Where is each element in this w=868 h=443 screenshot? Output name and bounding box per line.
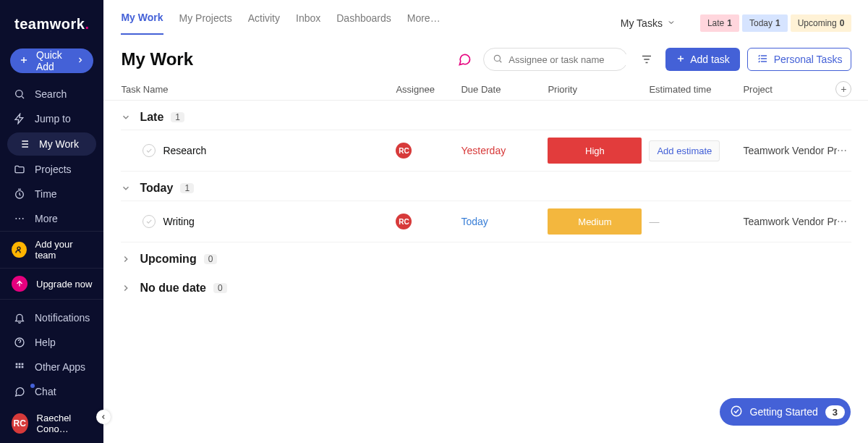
sidebar-item-search[interactable]: Search — [0, 82, 103, 106]
due-date[interactable]: Yesterday — [461, 145, 548, 156]
sidebar: teamwork. Quick Add Search Jump to — [0, 0, 103, 443]
getting-started-widget[interactable]: Getting Started 3 — [720, 398, 851, 426]
quick-add-label: Quick Add — [36, 49, 76, 72]
task-name-text: Research — [163, 145, 206, 156]
tab-dashboards[interactable]: Dashboards — [336, 12, 391, 34]
sidebar-item-mywork[interactable]: My Work — [7, 132, 96, 156]
col-priority[interactable]: Priority — [548, 84, 649, 95]
sidebar-item-label: Chat — [35, 386, 56, 397]
getting-started-count: 3 — [825, 405, 845, 419]
col-estimated[interactable]: Estimated time — [649, 84, 743, 95]
task-row[interactable]: Writing RC Today Medium — Teamwork Vendo… — [121, 201, 851, 242]
col-taskname[interactable]: Task Name — [121, 84, 396, 95]
sidebar-item-label: More — [35, 213, 58, 224]
add-team-button[interactable]: Add your team — [0, 231, 103, 269]
page-header: My Work Add task Personal Tasks — [103, 35, 868, 78]
svg-rect-8 — [19, 363, 21, 366]
upgrade-icon — [12, 276, 27, 292]
my-tasks-dropdown[interactable]: My Tasks — [621, 17, 676, 29]
personal-tasks-button[interactable]: Personal Tasks — [747, 48, 852, 71]
sidebar-item-label: Other Apps — [35, 361, 85, 373]
assignee-avatar[interactable]: RC — [396, 214, 412, 229]
chat-notification-dot — [30, 384, 35, 388]
tab-more[interactable]: More… — [407, 12, 441, 34]
help-icon — [13, 337, 26, 348]
tab-mywork[interactable]: My Work — [121, 12, 163, 35]
sidebar-user[interactable]: RC Raechel Cono… — [0, 404, 103, 443]
personal-tasks-label: Personal Tasks — [774, 54, 843, 65]
project-name[interactable]: Teamwork Vendor Pr — [743, 145, 837, 156]
add-estimate-button[interactable]: Add estimate — [649, 140, 720, 161]
tab-activity[interactable]: Activity — [248, 12, 280, 34]
user-name: Raechel Cono… — [37, 413, 93, 434]
add-column-button[interactable]: + — [835, 81, 851, 97]
estimate-empty[interactable]: — — [649, 216, 659, 227]
tab-myprojects[interactable]: My Projects — [179, 12, 232, 34]
section-count: 1 — [171, 112, 184, 122]
task-checkbox[interactable] — [142, 144, 156, 157]
brand-name: teamwork — [14, 16, 85, 32]
sidebar-item-label: My Work — [39, 138, 79, 150]
search-icon — [493, 54, 503, 66]
my-tasks-label: My Tasks — [621, 17, 663, 29]
pill-late[interactable]: Late1 — [700, 14, 739, 32]
sidebar-item-projects[interactable]: Projects — [0, 157, 103, 182]
task-checkbox[interactable] — [142, 215, 156, 228]
priority-badge[interactable]: Medium — [548, 208, 642, 235]
svg-rect-11 — [19, 366, 21, 368]
quick-add-button[interactable]: Quick Add — [10, 48, 93, 73]
search-icon — [13, 88, 26, 100]
bell-icon — [13, 312, 26, 324]
list-icon — [17, 138, 30, 150]
sidebar-item-label: Help — [35, 337, 56, 348]
filter-button[interactable] — [635, 48, 658, 71]
comments-button[interactable] — [453, 48, 476, 71]
task-more-button[interactable]: ⋯ — [837, 216, 851, 227]
status-pills: Late1 Today1 Upcoming0 — [700, 14, 851, 32]
chevron-right-icon — [76, 55, 85, 67]
sidebar-item-label: Jump to — [35, 113, 71, 125]
sidebar-item-help[interactable]: Help — [0, 330, 103, 355]
upgrade-button[interactable]: Upgrade now — [0, 269, 103, 300]
sidebar-item-notifications[interactable]: Notifications — [0, 305, 103, 330]
section-title: No due date — [140, 282, 206, 295]
add-task-button[interactable]: Add task — [665, 48, 739, 71]
column-headers: Task Name Assignee Due Date Priority Est… — [103, 78, 868, 101]
col-assignee[interactable]: Assignee — [396, 84, 461, 95]
project-name[interactable]: Teamwork Vendor Pr — [743, 216, 837, 227]
svg-point-3 — [19, 218, 20, 219]
section-late-header[interactable]: Late 1 — [121, 101, 851, 130]
svg-rect-9 — [22, 363, 24, 366]
section-title: Late — [140, 111, 163, 124]
sidebar-item-label: Projects — [35, 164, 72, 175]
section-title: Today — [140, 182, 173, 195]
sidebar-item-jumpto[interactable]: Jump to — [0, 106, 103, 131]
sidebar-item-label: Search — [35, 88, 67, 100]
tab-inbox[interactable]: Inbox — [296, 12, 320, 34]
task-more-button[interactable]: ⋯ — [837, 145, 851, 156]
section-count: 0 — [204, 254, 218, 264]
col-due[interactable]: Due Date — [461, 84, 548, 95]
sidebar-item-chat[interactable]: Chat — [0, 379, 103, 404]
sidebar-item-time[interactable]: Time — [0, 182, 103, 206]
chat-icon — [13, 386, 26, 397]
svg-rect-12 — [22, 366, 24, 368]
search-input[interactable] — [509, 54, 630, 65]
pill-upcoming[interactable]: Upcoming0 — [791, 14, 852, 32]
section-today-header[interactable]: Today 1 — [121, 172, 851, 201]
chevron-down-icon — [121, 112, 132, 122]
priority-badge[interactable]: High — [548, 138, 642, 164]
due-date[interactable]: Today — [461, 216, 548, 227]
task-row[interactable]: Research RC Yesterday High Add estimate … — [121, 130, 851, 172]
assignee-avatar[interactable]: RC — [396, 143, 412, 159]
section-nodue-header[interactable]: No due date 0 — [121, 271, 851, 300]
col-project[interactable]: Project — [743, 84, 835, 95]
sidebar-item-more[interactable]: More — [0, 206, 103, 231]
section-upcoming-header[interactable]: Upcoming 0 — [121, 242, 851, 271]
svg-point-2 — [15, 218, 17, 219]
add-team-label: Add your team — [35, 239, 93, 261]
sidebar-item-otherapps[interactable]: Other Apps — [0, 355, 103, 379]
pill-today[interactable]: Today1 — [742, 14, 788, 32]
search-input-wrap[interactable] — [483, 48, 628, 71]
chevron-right-icon — [121, 254, 132, 264]
